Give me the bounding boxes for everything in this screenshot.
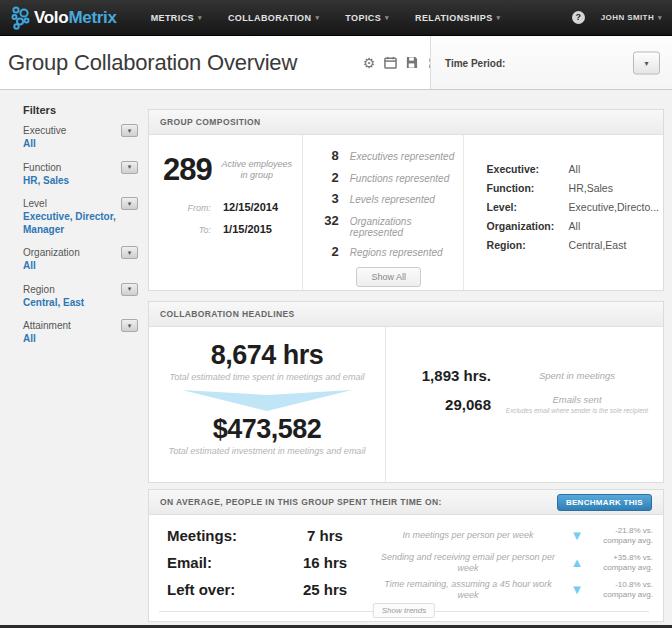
- stat-value: 32: [319, 213, 339, 228]
- calendar-icon[interactable]: [383, 56, 397, 70]
- filter-value[interactable]: All: [23, 333, 138, 346]
- group-composition-panel: GROUP COMPOSITION 289 Active employees i…: [148, 109, 664, 291]
- time-row-value: 25 hrs: [277, 581, 373, 598]
- filter-name: Region: [23, 284, 55, 295]
- time-row-caption: Sending and receiving email per person p…: [373, 552, 563, 573]
- save-icon[interactable]: [404, 56, 418, 70]
- filter-dropdown-button[interactable]: ▾: [121, 246, 138, 259]
- stat-row: 2Functions represented: [319, 170, 459, 185]
- stat-value: 2: [319, 170, 339, 185]
- filter-value[interactable]: All: [23, 138, 138, 151]
- chevron-down-icon: ▾: [315, 14, 319, 22]
- filter-value[interactable]: HR, Sales: [23, 175, 138, 188]
- summary-row: Function:HR,Sales: [487, 182, 659, 194]
- filter-dropdown-button[interactable]: ▾: [121, 197, 138, 210]
- time-row-caption: In meetings per person per week: [373, 530, 563, 540]
- summary-row: Executive:All: [487, 163, 659, 175]
- nav-item-label: COLLABORATION: [228, 13, 312, 23]
- date-from-row: From: 12/15/2014: [163, 201, 296, 213]
- chevron-down-icon: ▾: [128, 163, 132, 170]
- chevron-down-icon: ▾: [128, 322, 132, 329]
- filter-value[interactable]: Executive, Director, Manager: [23, 211, 138, 236]
- chevron-down-icon: ▾: [128, 285, 132, 292]
- chevron-down-icon: ▾: [658, 14, 662, 22]
- stat-label: Organizations represented: [350, 216, 459, 238]
- time-row-value: 7 hrs: [277, 527, 373, 544]
- summary-value: All: [569, 220, 581, 232]
- user-menu[interactable]: JOHN SMITH▾: [601, 13, 662, 22]
- filter-dropdown-button[interactable]: ▾: [121, 319, 138, 332]
- filter-summary: Executive:All Function:HR,Sales Level:Ex…: [464, 135, 663, 290]
- chevron-down-icon: ▾: [128, 249, 132, 256]
- brand-logo[interactable]: VoloMetrix: [10, 5, 117, 31]
- show-all-button[interactable]: Show All: [356, 267, 421, 287]
- nav-item-collaboration[interactable]: COLLABORATION▾: [228, 13, 319, 23]
- chevron-down-icon: ▾: [644, 58, 648, 67]
- date-from-label: From:: [163, 203, 211, 213]
- total-time-value: 8,674 hrs: [149, 340, 385, 371]
- emails-sent-caption: Emails sent: [552, 394, 601, 405]
- time-spent-body: Meetings: 7 hrs In meetings per person p…: [149, 515, 663, 625]
- summary-key: Function:: [487, 182, 569, 194]
- filters-sidebar: Filters Executive ▾ All Function ▾ HR, S…: [0, 91, 148, 628]
- time-row-left-over: Left over: 25 hrs Time remaining, assumi…: [155, 576, 653, 603]
- side-stats-block: 1,893 hrs. Spent in meetings 29,068 Emai…: [386, 327, 663, 482]
- nav-item-label: TOPICS: [345, 13, 381, 23]
- brand-name-volo: Volo: [34, 8, 68, 28]
- stat-label: Levels represented: [350, 194, 435, 205]
- summary-key: Region:: [487, 239, 569, 251]
- chevron-down-icon: ▾: [497, 14, 501, 22]
- collaboration-headlines-body: 8,674 hrs Total estimated time spent in …: [149, 327, 663, 482]
- filter-name: Level: [23, 198, 47, 209]
- show-trends-button[interactable]: Show trends: [373, 603, 435, 618]
- filter-level: Level ▾ Executive, Director, Manager: [23, 197, 138, 236]
- total-investment-caption: Total estimated investment in meetings a…: [149, 446, 385, 456]
- emails-sent-note: Excludes email where sender is the sole …: [499, 407, 655, 415]
- stat-value: 3: [319, 191, 339, 206]
- active-employees-caption: Active employees in group: [218, 159, 296, 182]
- filter-dropdown-button[interactable]: ▾: [121, 124, 138, 137]
- trend-down-icon: ▼: [563, 583, 591, 596]
- time-row-delta: -10.8% vs. company avg.: [591, 580, 653, 600]
- help-icon[interactable]: ?: [572, 11, 585, 24]
- nav-item-topics[interactable]: TOPICS▾: [345, 13, 389, 23]
- stat-label: Executives represented: [350, 151, 455, 162]
- gear-icon[interactable]: ⚙: [362, 56, 376, 70]
- filter-name: Executive: [23, 125, 66, 136]
- stat-row: 2Regions represented: [319, 244, 459, 259]
- user-name: JOHN SMITH: [601, 13, 654, 22]
- chevron-down-icon: ▾: [128, 127, 132, 134]
- date-to-row: To: 1/15/2015: [163, 223, 296, 235]
- summary-row: Level:Executive,Directo...: [487, 201, 659, 213]
- time-row-caption: Time remaining, assuming a 45 hour work …: [373, 579, 563, 600]
- chevron-down-icon: ▾: [385, 14, 389, 22]
- stat-label: Regions represented: [350, 247, 443, 258]
- time-row-meetings: Meetings: 7 hrs In meetings per person p…: [155, 522, 653, 549]
- filter-name: Attainment: [23, 320, 71, 331]
- filter-name: Organization: [23, 247, 80, 258]
- page-header: Group Collaboration Overview ⚙: [0, 36, 672, 90]
- filter-value[interactable]: Central, East: [23, 297, 138, 310]
- top-nav: VoloMetrix METRICS▾ COLLABORATION▾ TOPIC…: [0, 0, 672, 36]
- filter-dropdown-button[interactable]: ▾: [121, 283, 138, 296]
- summary-row: Organization:All: [487, 220, 659, 232]
- filter-attainment: Attainment ▾ All: [23, 319, 138, 346]
- meetings-hours-value: 1,893 hrs.: [386, 367, 491, 384]
- chevron-down-icon: ▾: [128, 200, 132, 207]
- nav-item-relationships[interactable]: RELATIONSHIPS▾: [415, 13, 500, 23]
- meetings-hours-caption: Spent in meetings: [539, 370, 615, 381]
- brand-name-metrix: Metrix: [68, 8, 116, 28]
- stat-value: 8: [319, 148, 339, 163]
- time-period-dropdown[interactable]: ▾: [633, 51, 660, 74]
- group-composition-title: GROUP COMPOSITION: [149, 110, 663, 135]
- nav-item-metrics[interactable]: METRICS▾: [151, 13, 202, 23]
- time-row-delta: -21.8% vs. company avg.: [591, 526, 653, 546]
- filter-dropdown-button[interactable]: ▾: [121, 161, 138, 174]
- benchmark-this-button[interactable]: BENCHMARK THIS: [557, 494, 652, 511]
- time-period-label: Time Period:: [445, 57, 505, 68]
- time-spent-header: ON AVERAGE, PEOPLE IN THIS GROUP SPENT T…: [149, 490, 663, 515]
- filter-executive: Executive ▾ All: [23, 124, 138, 151]
- filter-value[interactable]: All: [23, 260, 138, 273]
- save-glyph: [405, 56, 418, 69]
- stat-row: 8Executives represented: [319, 148, 459, 163]
